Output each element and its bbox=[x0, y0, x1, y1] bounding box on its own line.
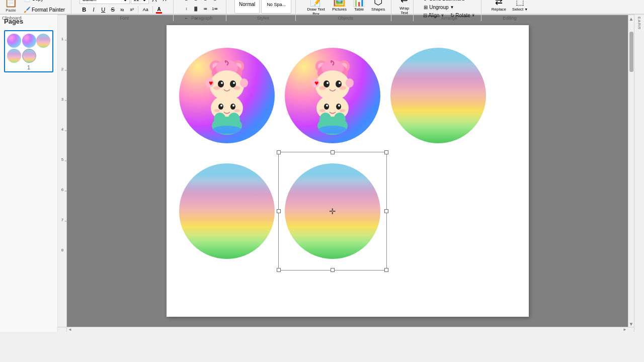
svg-point-63 bbox=[214, 113, 226, 127]
styles-group: Normal No Spa... Styles bbox=[230, 0, 296, 21]
svg-point-78 bbox=[327, 82, 329, 84]
svg-point-80 bbox=[319, 86, 326, 90]
canvas[interactable]: ♥ bbox=[67, 15, 628, 327]
numbering-button[interactable]: 1≔ bbox=[210, 5, 219, 14]
svg-point-89 bbox=[340, 109, 346, 112]
shading-button[interactable]: ▓ bbox=[191, 5, 200, 14]
font-size-select[interactable]: 11 bbox=[131, 0, 149, 4]
font-grow-button[interactable]: A bbox=[150, 0, 159, 4]
svg-point-84 bbox=[324, 104, 329, 110]
page-thumb-image bbox=[5, 31, 50, 64]
pages-sidebar: Pages 1 bbox=[0, 15, 58, 332]
svg-point-47 bbox=[240, 78, 248, 87]
svg-point-50 bbox=[221, 82, 223, 84]
editing-group: ⇄ Replace ⬚ Select ▼ Editing bbox=[486, 0, 534, 21]
content-area: // Will be drawn via inline SVG rects 1 … bbox=[58, 15, 634, 332]
svg-point-60 bbox=[214, 109, 220, 112]
handle-middle-left[interactable] bbox=[277, 209, 281, 213]
font-color-button[interactable]: A bbox=[154, 5, 164, 14]
wrap-text-button[interactable]: ↩ WrapText bbox=[395, 0, 414, 21]
circle-4[interactable] bbox=[177, 156, 277, 266]
ribbon: 📋 Paste Clipboard 📄 Copy 🖌️ Format Paint… bbox=[0, 0, 644, 15]
ruler-left: 1 2 3 4 5 6 7 8 bbox=[58, 15, 67, 327]
svg-point-88 bbox=[319, 109, 326, 112]
scrollbar-bottom[interactable]: ◄ ► bbox=[67, 327, 628, 332]
ungroup-button[interactable]: ⊞ Ungroup ▼ bbox=[422, 4, 477, 11]
ruler-top: // Will be drawn via inline SVG rects 1 … bbox=[58, 15, 634, 15]
svg-point-58 bbox=[220, 105, 222, 107]
paragraph-group: ≡ ≡ ≡ ≡ ↕ ▓ ≔ 1≔ ← → Paragraph bbox=[178, 0, 226, 21]
svg-point-91 bbox=[319, 113, 332, 127]
scrollbar-right[interactable]: ▲ ▼ bbox=[628, 15, 634, 327]
svg-point-57 bbox=[230, 104, 235, 110]
superscript-button[interactable]: x² bbox=[127, 5, 136, 14]
handle-top-left[interactable] bbox=[277, 150, 281, 154]
table-button[interactable]: 📊 Table bbox=[351, 0, 367, 14]
justify-button[interactable]: ≡ bbox=[210, 0, 219, 4]
svg-rect-23 bbox=[58, 15, 67, 327]
circle-3[interactable] bbox=[388, 40, 489, 151]
document-area: 1 2 3 4 5 6 7 8 bbox=[58, 15, 634, 327]
page-number: 1 bbox=[5, 64, 52, 71]
align-center-button[interactable]: ≡ bbox=[191, 0, 200, 4]
handle-top-right[interactable] bbox=[384, 150, 388, 154]
font-name-select[interactable]: Calibri bbox=[79, 0, 130, 4]
arrange-group: ↙ Send Backward ▼ ⊞ Ungroup ▼ ⊟ Align ▼ bbox=[418, 0, 481, 21]
bottom-scrollbar-area: ◄ ► bbox=[58, 327, 634, 332]
circles-grid: ♥ bbox=[167, 25, 529, 282]
font-group: Calibri 11 A A B I U S x₂ x² Aa bbox=[75, 0, 174, 21]
svg-point-64 bbox=[228, 113, 240, 127]
copy-button[interactable]: 📄 Copy bbox=[22, 0, 67, 4]
handle-bottom-middle[interactable] bbox=[331, 268, 335, 272]
case-button[interactable]: Aa bbox=[140, 5, 151, 14]
handle-middle-right[interactable] bbox=[384, 209, 388, 213]
style-no-spacing[interactable]: No Spa... bbox=[261, 0, 291, 14]
send-backward-button[interactable]: ↙ Send Backward ▼ bbox=[422, 0, 477, 3]
svg-text:1: 1 bbox=[61, 37, 64, 41]
handle-bottom-right[interactable] bbox=[384, 268, 388, 272]
svg-text:4: 4 bbox=[61, 127, 64, 132]
svg-point-81 bbox=[339, 86, 346, 90]
svg-text:5: 5 bbox=[61, 157, 64, 162]
svg-text:♥: ♥ bbox=[209, 79, 213, 87]
align-right-button[interactable]: ≡ bbox=[201, 0, 210, 4]
svg-rect-66 bbox=[218, 130, 236, 134]
svg-rect-0 bbox=[67, 15, 634, 15]
format-painter-button[interactable]: 🖌️ Format Painter bbox=[22, 5, 67, 15]
svg-point-59 bbox=[232, 105, 234, 107]
style-normal[interactable]: Normal bbox=[234, 0, 260, 14]
strikethrough-button[interactable]: S bbox=[108, 5, 117, 14]
pictures-button[interactable]: 🖼️ Pictures bbox=[330, 0, 349, 14]
page-thumbnail-1[interactable]: 1 bbox=[4, 30, 53, 72]
draw-text-box-button[interactable]: 📝 Draw Text Box bbox=[304, 0, 328, 14]
right-label: EARR bbox=[637, 17, 641, 30]
select-button[interactable]: ⬚ Select ▼ bbox=[510, 0, 530, 14]
main-area: Pages 1 bbox=[0, 15, 644, 332]
underline-button[interactable]: U bbox=[99, 5, 108, 14]
circle-2[interactable]: ♥ bbox=[282, 40, 383, 151]
handle-bottom-left[interactable] bbox=[277, 268, 281, 272]
font-shrink-button[interactable]: A bbox=[160, 0, 169, 4]
svg-point-92 bbox=[334, 113, 346, 127]
handle-top-middle[interactable] bbox=[331, 150, 335, 154]
circle-1[interactable]: ♥ bbox=[177, 40, 277, 151]
svg-text:3: 3 bbox=[61, 97, 64, 102]
bullets-button[interactable]: ≔ bbox=[201, 5, 210, 14]
svg-text:2: 2 bbox=[61, 67, 64, 71]
replace-button[interactable]: ⇄ Replace bbox=[490, 0, 508, 14]
paste-button[interactable]: 📋 Paste Clipboard bbox=[2, 0, 20, 21]
italic-button[interactable]: I bbox=[89, 5, 98, 14]
document-page: ♥ bbox=[167, 25, 529, 317]
svg-point-52 bbox=[213, 86, 220, 90]
svg-point-79 bbox=[339, 82, 341, 84]
subscript-button[interactable]: x₂ bbox=[118, 5, 127, 14]
line-spacing-button[interactable]: ↕ bbox=[182, 5, 191, 14]
svg-point-75 bbox=[346, 78, 354, 87]
align-left-button[interactable]: ≡ bbox=[182, 0, 191, 4]
scroll-thumb-vertical[interactable] bbox=[629, 32, 633, 72]
svg-text:6: 6 bbox=[61, 188, 64, 192]
svg-text:7: 7 bbox=[61, 218, 64, 222]
shapes-button[interactable]: ⬡ Shapes bbox=[369, 0, 387, 14]
circle-5-selected[interactable]: ✛ bbox=[282, 156, 383, 266]
bold-button[interactable]: B bbox=[79, 5, 89, 14]
